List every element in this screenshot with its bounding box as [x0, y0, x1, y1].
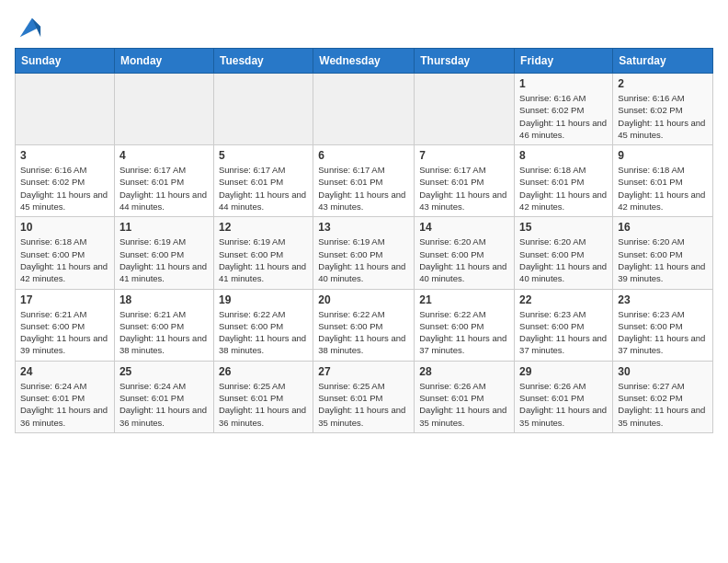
calendar-cell: 10Sunrise: 6:18 AM Sunset: 6:00 PM Dayli… [16, 217, 115, 289]
day-number: 20 [318, 293, 409, 306]
calendar-table: SundayMondayTuesdayWednesdayThursdayFrid… [15, 48, 713, 433]
day-number: 3 [20, 149, 109, 162]
day-info: Sunrise: 6:18 AM Sunset: 6:01 PM Dayligh… [519, 164, 608, 213]
day-number: 4 [119, 149, 209, 162]
weekday-header-friday: Friday [515, 49, 613, 74]
day-info: Sunrise: 6:26 AM Sunset: 6:01 PM Dayligh… [419, 380, 509, 429]
day-number: 16 [618, 221, 708, 234]
calendar-cell: 23Sunrise: 6:23 AM Sunset: 6:00 PM Dayli… [613, 289, 713, 361]
calendar-cell: 9Sunrise: 6:18 AM Sunset: 6:01 PM Daylig… [613, 145, 713, 217]
day-number: 27 [318, 365, 409, 378]
calendar-cell [415, 74, 515, 145]
day-info: Sunrise: 6:19 AM Sunset: 6:00 PM Dayligh… [318, 236, 409, 284]
day-number: 18 [119, 293, 209, 306]
day-number: 17 [20, 293, 109, 306]
weekday-header-monday: Monday [114, 49, 213, 74]
calendar-cell: 4Sunrise: 6:17 AM Sunset: 6:01 PM Daylig… [114, 145, 213, 217]
calendar-cell: 7Sunrise: 6:17 AM Sunset: 6:01 PM Daylig… [415, 145, 515, 217]
calendar-cell: 16Sunrise: 6:20 AM Sunset: 6:00 PM Dayli… [613, 217, 713, 289]
day-info: Sunrise: 6:19 AM Sunset: 6:00 PM Dayligh… [219, 236, 308, 284]
day-number: 8 [519, 149, 608, 162]
logo [15, 15, 42, 40]
calendar-cell: 12Sunrise: 6:19 AM Sunset: 6:00 PM Dayli… [213, 217, 313, 289]
day-info: Sunrise: 6:18 AM Sunset: 6:01 PM Dayligh… [618, 164, 708, 213]
week-row-1: 1Sunrise: 6:16 AM Sunset: 6:02 PM Daylig… [16, 74, 713, 145]
calendar-cell: 11Sunrise: 6:19 AM Sunset: 6:00 PM Dayli… [114, 217, 213, 289]
day-info: Sunrise: 6:24 AM Sunset: 6:01 PM Dayligh… [20, 380, 109, 429]
day-info: Sunrise: 6:22 AM Sunset: 6:00 PM Dayligh… [219, 308, 308, 357]
page: SundayMondayTuesdayWednesdayThursdayFrid… [0, 0, 728, 442]
day-number: 29 [519, 365, 608, 378]
day-info: Sunrise: 6:21 AM Sunset: 6:00 PM Dayligh… [20, 308, 109, 357]
day-number: 26 [219, 365, 308, 378]
day-number: 10 [20, 221, 109, 234]
day-number: 1 [519, 77, 608, 90]
calendar-cell: 22Sunrise: 6:23 AM Sunset: 6:00 PM Dayli… [515, 289, 613, 361]
calendar-cell [213, 74, 313, 145]
day-number: 24 [20, 365, 109, 378]
logo-icon [17, 15, 42, 40]
calendar-cell: 25Sunrise: 6:24 AM Sunset: 6:01 PM Dayli… [114, 361, 213, 432]
day-info: Sunrise: 6:23 AM Sunset: 6:00 PM Dayligh… [618, 308, 708, 357]
day-info: Sunrise: 6:17 AM Sunset: 6:01 PM Dayligh… [419, 164, 509, 213]
day-info: Sunrise: 6:20 AM Sunset: 6:00 PM Dayligh… [419, 236, 509, 284]
calendar-cell: 6Sunrise: 6:17 AM Sunset: 6:01 PM Daylig… [313, 145, 415, 217]
day-info: Sunrise: 6:16 AM Sunset: 6:02 PM Dayligh… [519, 92, 608, 141]
day-number: 14 [419, 221, 509, 234]
day-info: Sunrise: 6:22 AM Sunset: 6:00 PM Dayligh… [419, 308, 509, 357]
day-info: Sunrise: 6:16 AM Sunset: 6:02 PM Dayligh… [20, 164, 109, 213]
weekday-header-tuesday: Tuesday [213, 49, 313, 74]
day-info: Sunrise: 6:17 AM Sunset: 6:01 PM Dayligh… [119, 164, 209, 213]
day-number: 22 [519, 293, 608, 306]
day-info: Sunrise: 6:22 AM Sunset: 6:00 PM Dayligh… [318, 308, 409, 357]
calendar-cell: 5Sunrise: 6:17 AM Sunset: 6:01 PM Daylig… [213, 145, 313, 217]
day-number: 5 [219, 149, 308, 162]
calendar-cell: 14Sunrise: 6:20 AM Sunset: 6:00 PM Dayli… [415, 217, 515, 289]
day-number: 11 [119, 221, 209, 234]
calendar-cell: 19Sunrise: 6:22 AM Sunset: 6:00 PM Dayli… [213, 289, 313, 361]
calendar-cell: 17Sunrise: 6:21 AM Sunset: 6:00 PM Dayli… [16, 289, 115, 361]
weekday-header-wednesday: Wednesday [313, 49, 415, 74]
week-row-4: 17Sunrise: 6:21 AM Sunset: 6:00 PM Dayli… [16, 289, 713, 361]
calendar-cell: 15Sunrise: 6:20 AM Sunset: 6:00 PM Dayli… [515, 217, 613, 289]
calendar-cell [114, 74, 213, 145]
day-info: Sunrise: 6:21 AM Sunset: 6:00 PM Dayligh… [119, 308, 209, 357]
day-info: Sunrise: 6:23 AM Sunset: 6:00 PM Dayligh… [519, 308, 608, 357]
day-info: Sunrise: 6:17 AM Sunset: 6:01 PM Dayligh… [219, 164, 308, 213]
calendar-cell: 24Sunrise: 6:24 AM Sunset: 6:01 PM Dayli… [16, 361, 115, 432]
calendar-cell [16, 74, 115, 145]
weekday-header-saturday: Saturday [613, 49, 713, 74]
day-number: 2 [618, 77, 708, 90]
week-row-2: 3Sunrise: 6:16 AM Sunset: 6:02 PM Daylig… [16, 145, 713, 217]
calendar-cell: 28Sunrise: 6:26 AM Sunset: 6:01 PM Dayli… [415, 361, 515, 432]
weekday-header-thursday: Thursday [415, 49, 515, 74]
day-info: Sunrise: 6:24 AM Sunset: 6:01 PM Dayligh… [119, 380, 209, 429]
day-number: 12 [219, 221, 308, 234]
day-info: Sunrise: 6:17 AM Sunset: 6:01 PM Dayligh… [318, 164, 409, 213]
day-info: Sunrise: 6:25 AM Sunset: 6:01 PM Dayligh… [219, 380, 308, 429]
day-number: 23 [618, 293, 708, 306]
calendar-cell: 26Sunrise: 6:25 AM Sunset: 6:01 PM Dayli… [213, 361, 313, 432]
calendar-cell: 13Sunrise: 6:19 AM Sunset: 6:00 PM Dayli… [313, 217, 415, 289]
weekday-header-row: SundayMondayTuesdayWednesdayThursdayFrid… [16, 49, 713, 74]
calendar-cell: 30Sunrise: 6:27 AM Sunset: 6:02 PM Dayli… [613, 361, 713, 432]
day-number: 9 [618, 149, 708, 162]
calendar-cell: 20Sunrise: 6:22 AM Sunset: 6:00 PM Dayli… [313, 289, 415, 361]
calendar-cell: 1Sunrise: 6:16 AM Sunset: 6:02 PM Daylig… [515, 74, 613, 145]
day-info: Sunrise: 6:20 AM Sunset: 6:00 PM Dayligh… [618, 236, 708, 284]
day-number: 21 [419, 293, 509, 306]
day-number: 19 [219, 293, 308, 306]
calendar-cell: 27Sunrise: 6:25 AM Sunset: 6:01 PM Dayli… [313, 361, 415, 432]
day-info: Sunrise: 6:20 AM Sunset: 6:00 PM Dayligh… [519, 236, 608, 284]
day-info: Sunrise: 6:19 AM Sunset: 6:00 PM Dayligh… [119, 236, 209, 284]
calendar-cell [313, 74, 415, 145]
day-info: Sunrise: 6:27 AM Sunset: 6:02 PM Dayligh… [618, 380, 708, 429]
weekday-header-sunday: Sunday [16, 49, 115, 74]
calendar-cell: 29Sunrise: 6:26 AM Sunset: 6:01 PM Dayli… [515, 361, 613, 432]
day-info: Sunrise: 6:18 AM Sunset: 6:00 PM Dayligh… [20, 236, 109, 284]
calendar-cell: 18Sunrise: 6:21 AM Sunset: 6:00 PM Dayli… [114, 289, 213, 361]
header [15, 15, 713, 40]
calendar-cell: 3Sunrise: 6:16 AM Sunset: 6:02 PM Daylig… [16, 145, 115, 217]
day-info: Sunrise: 6:26 AM Sunset: 6:01 PM Dayligh… [519, 380, 608, 429]
day-number: 7 [419, 149, 509, 162]
